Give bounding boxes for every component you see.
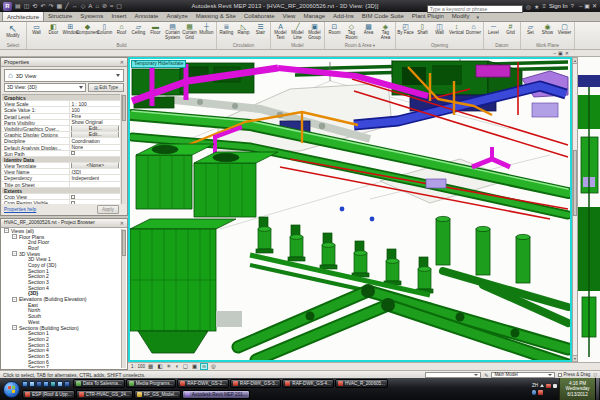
vertical-opening-button[interactable]: ↕ Vertical	[448, 22, 465, 43]
subscription-center-icon[interactable]: ★	[534, 3, 539, 10]
set-work-plane-button[interactable]: ▱ Set	[522, 22, 539, 43]
tag-room-button[interactable]: ◇ Tag Room	[343, 22, 360, 43]
quick-launch-explorer-icon[interactable]	[29, 381, 35, 387]
press-drag-checkbox[interactable]	[558, 373, 562, 377]
checkbox[interactable]	[71, 151, 75, 155]
door-button[interactable]: ◧ Door	[45, 22, 62, 43]
taskbar-window-button[interactable]: ESP (Roof & Upp...	[22, 390, 75, 399]
area-button[interactable]: ▩ Area	[360, 22, 377, 43]
curtain-system-button[interactable]: ▤ Curtain System	[164, 22, 181, 43]
view-close-icon[interactable]: ✕	[565, 50, 569, 57]
type-selector[interactable]: ⌂ 3D View	[4, 69, 124, 82]
tray-icon[interactable]	[546, 384, 551, 389]
project-browser-title-bar[interactable]: HVAC_RF_20060526.rvt - Project Browser ✕	[1, 219, 127, 228]
ribbon-tab[interactable]: Analyze	[162, 11, 191, 21]
grid-button[interactable]: # Grid	[502, 22, 519, 43]
quick-launch-app-icon[interactable]	[43, 381, 49, 387]
quick-launch-app-icon[interactable]	[50, 381, 56, 387]
sign-in-button[interactable]: Sign In	[549, 3, 568, 9]
tree-expander-icon[interactable]	[21, 302, 26, 307]
tree-expander-icon[interactable]: −	[4, 228, 9, 233]
drawing-area[interactable]: Temporary Hide/Isolate	[128, 57, 572, 362]
railing-button[interactable]: ≣ Railing	[218, 22, 235, 43]
tree-expander-icon[interactable]: −	[12, 251, 17, 256]
exclusion-filter-icon[interactable]: ▽	[593, 372, 597, 378]
measure-icon[interactable]: ╱	[64, 1, 70, 11]
start-button[interactable]	[3, 381, 20, 398]
help-icon[interactable]: ?	[571, 3, 574, 9]
tree-expander-icon[interactable]	[21, 342, 26, 347]
tree-expander-icon[interactable]	[21, 274, 26, 279]
model-text-button[interactable]: A Model Text	[272, 22, 289, 43]
modify-button[interactable]: ↖ Modify	[1, 22, 25, 43]
curtain-grid-button[interactable]: ▦ Curtain Grid	[181, 22, 198, 43]
tree-expander-icon[interactable]	[21, 314, 26, 319]
scrollbar-thumb[interactable]	[573, 150, 577, 216]
quick-launch-app-icon[interactable]	[57, 381, 63, 387]
component-button[interactable]: ◆ Component	[79, 22, 96, 43]
quick-launch-media-icon[interactable]	[36, 381, 42, 387]
tree-expander-icon[interactable]	[21, 262, 26, 267]
wall-button[interactable]: ▭ Wall	[28, 22, 45, 43]
ribbon-tab[interactable]: Insert	[107, 11, 130, 21]
communication-center-icon[interactable]: ≡	[542, 3, 546, 10]
tag-icon[interactable]: ◇	[80, 1, 87, 11]
element-filter-combo[interactable]: 3D View: {3D}	[4, 83, 86, 92]
view-minimize-icon[interactable]: –	[553, 50, 556, 57]
minimize-icon[interactable]: –	[579, 1, 582, 11]
tree-expander-icon[interactable]	[21, 336, 26, 341]
properties-help-link[interactable]: Properties help	[4, 207, 36, 212]
properties-scrollbar[interactable]	[121, 94, 126, 204]
taskbar-window-button[interactable]: Data To Salesma...	[73, 379, 125, 388]
taskbar-window-button[interactable]: CTR-HVAC_GS_24...	[76, 390, 133, 399]
print-icon[interactable]: ▦	[55, 1, 63, 11]
search-input[interactable]	[427, 5, 523, 13]
tree-expander-icon[interactable]	[21, 285, 26, 290]
ceiling-button[interactable]: ▱ Ceiling	[130, 22, 147, 43]
background-view-window[interactable]	[578, 57, 600, 362]
ribbon-tab[interactable]: BIM Code Suite	[358, 11, 408, 21]
scroll-up-icon[interactable]	[573, 58, 577, 64]
ribbon-tab[interactable]: Annotate	[130, 11, 162, 21]
tree-expander-icon[interactable]: −	[12, 297, 17, 302]
tray-icon[interactable]	[553, 384, 558, 389]
taskbar-window-button[interactable]: RAF-DWK_GS-4...	[282, 379, 334, 388]
text-icon[interactable]: A	[87, 1, 93, 11]
aligned-dimension-icon[interactable]: ↔	[71, 1, 79, 11]
tree-expander-icon[interactable]	[21, 365, 26, 368]
edit-type-button[interactable]: ⊞ Edit Type	[88, 83, 124, 92]
tray-icon[interactable]	[538, 390, 543, 395]
tree-expander-icon[interactable]	[21, 353, 26, 358]
ribbon-tab[interactable]: Massing & Site	[192, 11, 240, 21]
ramp-button[interactable]: ◺ Ramp	[235, 22, 252, 43]
ribbon-tab[interactable]: View	[279, 11, 300, 21]
view-restore-icon[interactable]: ▣	[558, 50, 563, 57]
close-icon[interactable]: ✕	[120, 219, 124, 227]
taskbar-window-button[interactable]: RAF-DWK_GS-2...	[177, 379, 229, 388]
viewer-button[interactable]: ▢ Viewer	[556, 22, 573, 43]
stair-button[interactable]: ☰ Stair	[252, 22, 269, 43]
close-icon[interactable]: ✕	[120, 58, 124, 66]
sync-icon[interactable]: ⟲	[31, 1, 38, 11]
close-icon[interactable]: ✕	[592, 1, 597, 11]
tree-expander-icon[interactable]	[21, 308, 26, 313]
apply-button[interactable]: Apply	[97, 205, 119, 214]
taskbar-window-button[interactable]: Autodesk Revit MEP 201...	[182, 390, 250, 399]
checkbox[interactable]	[71, 195, 75, 199]
ribbon-tab[interactable]: Collaborate	[240, 11, 279, 21]
tray-expand-icon[interactable]	[540, 384, 544, 387]
floor-button[interactable]: ▬ Floor	[147, 22, 164, 43]
tree-expander-icon[interactable]	[21, 240, 26, 245]
level-button[interactable]: ─ Level	[485, 22, 502, 43]
checkbox[interactable]	[71, 201, 75, 204]
design-option-combo[interactable]: Main Model	[491, 372, 555, 378]
model-group-button[interactable]: ▣ Model Group	[306, 22, 323, 43]
property-row[interactable]: Crop Region Visible	[2, 200, 120, 204]
taskbar-clock[interactable]: 4:16 PM Wednesday 6/13/2012	[559, 378, 595, 400]
ribbon-tab[interactable]: Architecture	[2, 11, 44, 21]
ribbon-tab[interactable]: Manage	[299, 11, 329, 21]
tree-expander-icon[interactable]	[21, 359, 26, 364]
room-button[interactable]: ⊡ Room	[326, 22, 343, 43]
opening-by-face-button[interactable]: ◰ By Face	[397, 22, 414, 43]
quick-launch-app-icon[interactable]	[64, 381, 70, 387]
